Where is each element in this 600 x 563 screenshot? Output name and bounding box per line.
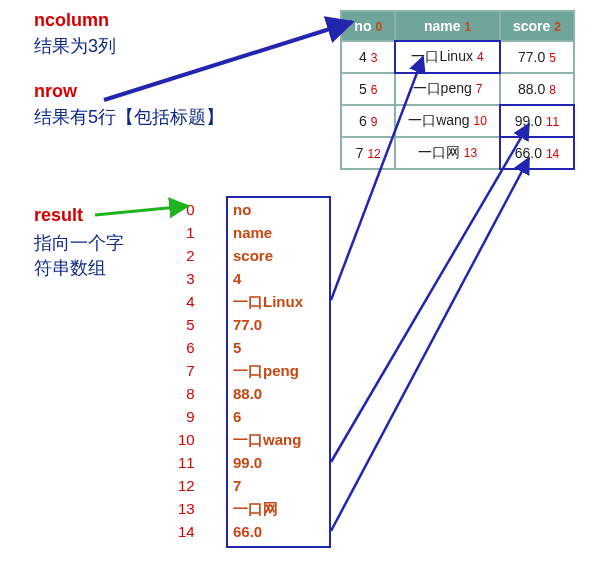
- arr-idx: 2: [178, 244, 195, 267]
- arr-val: 一口wang: [233, 428, 303, 451]
- arr-val: 5: [233, 336, 303, 359]
- db-cell-idx: 6: [371, 83, 378, 97]
- db-cell-val: 一口Linux: [411, 48, 472, 64]
- db-cell: 一口wang10: [395, 105, 500, 137]
- result-desc-1: 指向一个字: [34, 231, 124, 255]
- db-cell: 69: [341, 105, 395, 137]
- db-cell: 一口Linux4: [395, 41, 500, 73]
- db-cell-idx: 8: [549, 83, 556, 97]
- db-cell-val: 7: [356, 145, 364, 161]
- db-table: no0 name1 score2 43 一口Linux4 77.05 56 一口…: [340, 10, 575, 170]
- db-cell-idx: 14: [546, 147, 559, 161]
- arr-idx: 0: [178, 198, 195, 221]
- arr-idx: 4: [178, 290, 195, 313]
- db-cell-idx: 13: [464, 146, 477, 160]
- ncolumn-keyword: ncolumn: [34, 10, 109, 31]
- arrow-blue-item11: [331, 124, 529, 462]
- db-th-label: score: [513, 18, 550, 34]
- db-th-label: name: [424, 18, 461, 34]
- arr-val: 66.0: [233, 520, 303, 543]
- arr-val: 一口Linux: [233, 290, 303, 313]
- db-cell-val: 66.0: [515, 145, 542, 161]
- db-cell: 99.011: [500, 105, 574, 137]
- db-cell: 712: [341, 137, 395, 169]
- arr-idx: 9: [178, 405, 195, 428]
- arr-idx: 1: [178, 221, 195, 244]
- arr-idx: 5: [178, 313, 195, 336]
- db-cell-val: 4: [359, 49, 367, 65]
- db-cell-val: 一口网: [418, 144, 460, 160]
- db-th-idx: 0: [375, 20, 382, 34]
- db-cell: 77.05: [500, 41, 574, 73]
- arr-val: 6: [233, 405, 303, 428]
- result-keyword: result: [34, 205, 83, 226]
- db-th-no: no0: [341, 11, 395, 41]
- arr-idx: 3: [178, 267, 195, 290]
- nrow-keyword: nrow: [34, 81, 77, 102]
- db-cell-idx: 5: [549, 51, 556, 65]
- db-cell-val: 5: [359, 81, 367, 97]
- db-th-label: no: [354, 18, 371, 34]
- db-cell-val: 6: [359, 113, 367, 129]
- db-cell: 56: [341, 73, 395, 105]
- arr-idx: 6: [178, 336, 195, 359]
- db-th-name: name1: [395, 11, 500, 41]
- arr-val: 77.0: [233, 313, 303, 336]
- db-th-idx: 1: [464, 20, 471, 34]
- arr-idx: 13: [178, 497, 195, 520]
- string-array-values: no name score 4 一口Linux 77.0 5 一口peng 88…: [233, 198, 303, 543]
- string-array-indices: 0 1 2 3 4 5 6 7 8 9 10 11 12 13 14: [178, 198, 195, 543]
- db-cell-val: 88.0: [518, 81, 545, 97]
- db-cell-val: 77.0: [518, 49, 545, 65]
- db-cell-val: 99.0: [515, 113, 542, 129]
- db-cell: 一口peng7: [395, 73, 500, 105]
- arr-val: 7: [233, 474, 303, 497]
- db-cell-val: 一口wang: [408, 112, 469, 128]
- db-cell-idx: 4: [477, 50, 484, 64]
- arrow-blue-item14: [331, 158, 529, 531]
- arr-val: 99.0: [233, 451, 303, 474]
- result-desc-2: 符串数组: [34, 256, 106, 280]
- db-cell: 43: [341, 41, 395, 73]
- arr-val: name: [233, 221, 303, 244]
- arr-val: 4: [233, 267, 303, 290]
- db-cell-val: 一口peng: [413, 80, 472, 96]
- arr-val: 一口网: [233, 497, 303, 520]
- arr-val: 88.0: [233, 382, 303, 405]
- db-cell-idx: 11: [546, 115, 559, 129]
- db-th-score: score2: [500, 11, 574, 41]
- db-cell: 88.08: [500, 73, 574, 105]
- arr-idx: 12: [178, 474, 195, 497]
- db-cell-idx: 3: [371, 51, 378, 65]
- arr-idx: 10: [178, 428, 195, 451]
- db-cell-idx: 12: [367, 147, 380, 161]
- arr-val: score: [233, 244, 303, 267]
- arrow-green-result: [95, 206, 188, 215]
- db-cell-idx: 10: [474, 114, 487, 128]
- db-cell-idx: 9: [371, 115, 378, 129]
- arr-val: 一口peng: [233, 359, 303, 382]
- nrow-desc: 结果有5行【包括标题】: [34, 105, 224, 129]
- arr-idx: 14: [178, 520, 195, 543]
- ncolumn-desc: 结果为3列: [34, 34, 116, 58]
- db-cell-idx: 7: [476, 82, 483, 96]
- arr-idx: 7: [178, 359, 195, 382]
- diagram-stage: ncolumn 结果为3列 nrow 结果有5行【包括标题】 result 指向…: [0, 0, 600, 563]
- arr-idx: 11: [178, 451, 195, 474]
- db-cell: 66.014: [500, 137, 574, 169]
- db-cell: 一口网13: [395, 137, 500, 169]
- arr-idx: 8: [178, 382, 195, 405]
- arrow-blue-to-header: [104, 22, 352, 100]
- arr-val: no: [233, 198, 303, 221]
- db-th-idx: 2: [554, 20, 561, 34]
